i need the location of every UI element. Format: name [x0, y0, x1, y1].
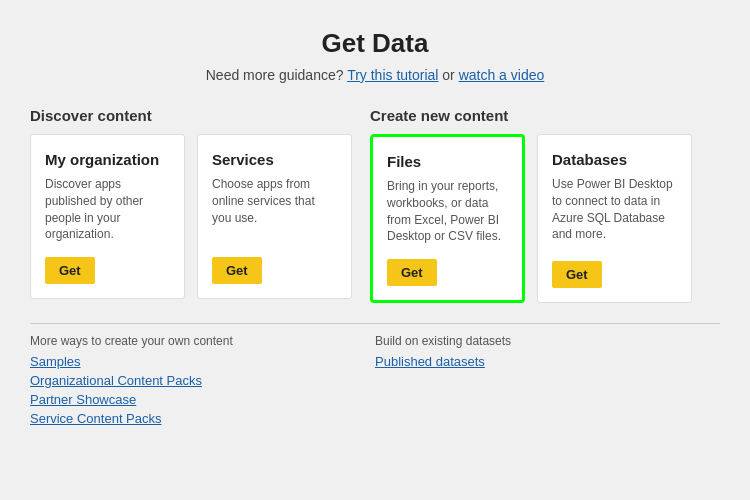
card-databases-title: Databases — [552, 151, 677, 168]
create-cards: Files Bring in your reports, workbooks, … — [370, 134, 692, 303]
get-services-button[interactable]: Get — [212, 257, 262, 284]
create-section: Create new content Files Bring in your r… — [370, 107, 692, 303]
card-my-organization: My organization Discover apps published … — [30, 134, 185, 299]
footer-divider — [30, 323, 720, 324]
footer-right-label: Build on existing datasets — [375, 334, 720, 348]
card-databases-desc: Use Power BI Desktop to connect to data … — [552, 176, 677, 243]
card-my-org-title: My organization — [45, 151, 170, 168]
service-content-packs-link[interactable]: Service Content Packs — [30, 411, 375, 426]
org-content-packs-link[interactable]: Organizational Content Packs — [30, 373, 375, 388]
video-link[interactable]: watch a video — [459, 67, 545, 83]
tutorial-link[interactable]: Try this tutorial — [347, 67, 438, 83]
or-text: or — [442, 67, 458, 83]
sections-wrapper: Discover content My organization Discove… — [30, 107, 720, 303]
published-datasets-link[interactable]: Published datasets — [375, 354, 720, 369]
discover-label: Discover content — [30, 107, 352, 124]
footer-left: More ways to create your own content Sam… — [30, 334, 375, 430]
samples-link[interactable]: Samples — [30, 354, 375, 369]
page-title: Get Data — [322, 28, 429, 59]
get-files-button[interactable]: Get — [387, 259, 437, 286]
card-files-title: Files — [387, 153, 508, 170]
discover-cards: My organization Discover apps published … — [30, 134, 352, 299]
card-services-title: Services — [212, 151, 337, 168]
get-databases-button[interactable]: Get — [552, 261, 602, 288]
card-services-desc: Choose apps from online services that yo… — [212, 176, 337, 226]
footer-right: Build on existing datasets Published dat… — [375, 334, 720, 430]
card-files: Files Bring in your reports, workbooks, … — [370, 134, 525, 303]
footer: More ways to create your own content Sam… — [30, 334, 720, 430]
create-label: Create new content — [370, 107, 692, 124]
footer-left-label: More ways to create your own content — [30, 334, 375, 348]
subtitle: Need more guidance? Try this tutorial or… — [206, 67, 545, 83]
card-my-org-desc: Discover apps published by other people … — [45, 176, 170, 243]
card-databases: Databases Use Power BI Desktop to connec… — [537, 134, 692, 303]
get-my-org-button[interactable]: Get — [45, 257, 95, 284]
card-files-desc: Bring in your reports, workbooks, or dat… — [387, 178, 508, 245]
discover-section: Discover content My organization Discove… — [30, 107, 352, 299]
subtitle-text: Need more guidance? — [206, 67, 344, 83]
card-services: Services Choose apps from online service… — [197, 134, 352, 299]
partner-showcase-link[interactable]: Partner Showcase — [30, 392, 375, 407]
page: Get Data Need more guidance? Try this tu… — [0, 0, 750, 500]
